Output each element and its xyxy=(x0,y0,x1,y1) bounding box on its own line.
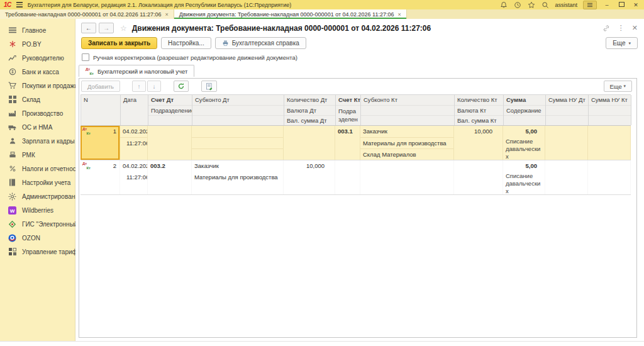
date-cell[interactable]: 04.02.2026 11:27:06 xyxy=(120,160,148,194)
sidebar-item-main[interactable]: Главное xyxy=(0,23,75,37)
form-close-icon[interactable]: ✕ xyxy=(632,24,638,32)
subconto-kt-cell[interactable] xyxy=(360,160,454,194)
settings-button[interactable]: Настройка... xyxy=(161,37,211,49)
header-subconto-kt[interactable]: Субконто Кт xyxy=(361,95,454,105)
qty-kt-cell[interactable]: 10,000 xyxy=(454,126,503,160)
sidebar-item-administrirovanie[interactable]: Администрирование xyxy=(0,189,75,203)
header-amount-nu-dt[interactable]: Сумма НУ Дт xyxy=(546,95,588,105)
qty-kt-cell[interactable] xyxy=(454,160,503,194)
account-dt-cell[interactable]: 003.2 xyxy=(148,160,192,194)
date-cell[interactable]: 04.02.2026 11:27:06 xyxy=(120,126,148,160)
sidebar-item-bank-kassa[interactable]: Банк и касса xyxy=(0,65,75,79)
window-tabstrip: Требование-накладная 0000-000001 от 04.0… xyxy=(0,9,644,19)
chevron-down-icon: ▾ xyxy=(623,84,626,89)
sidebar-item-gis[interactable]: ГИС "Электронный знак" xyxy=(0,217,75,231)
refresh-button[interactable] xyxy=(174,81,189,92)
sidebar-item-proizvodstvo[interactable]: Производство xyxy=(0,106,75,120)
add-button[interactable]: Добавить xyxy=(81,81,120,92)
amount-nu-dt-cell[interactable] xyxy=(545,126,588,160)
tab-close-icon[interactable]: × xyxy=(397,11,401,18)
sidebar-item-os-nma[interactable]: ОС и НМА xyxy=(0,120,75,134)
header-date[interactable]: Дата xyxy=(121,95,148,105)
service-menu-button[interactable] xyxy=(583,1,597,9)
row-number-cell[interactable]: ДтКт 2 xyxy=(80,160,120,194)
command-bar: Записать и закрыть Настройка... Бухгалте… xyxy=(75,35,644,52)
list-settings-button[interactable] xyxy=(201,81,217,92)
header-subdivision-kt[interactable]: Подразделение Кт xyxy=(336,105,360,125)
qty-dt-cell[interactable]: 10,000 xyxy=(284,160,335,194)
close-button[interactable]: ✕ xyxy=(631,1,640,9)
factory-icon xyxy=(8,109,16,118)
one-c-logo: 1С xyxy=(4,1,11,8)
account-kt-cell[interactable] xyxy=(335,160,360,194)
account-kt-cell[interactable]: 003.1 xyxy=(335,126,360,160)
amount-nu-kt-cell[interactable] xyxy=(588,160,631,194)
more-dots-icon[interactable]: ⋮ xyxy=(618,24,625,32)
minimize-button[interactable]: – xyxy=(602,1,611,9)
header-qty-kt[interactable]: Количество Кт xyxy=(455,95,503,105)
window-tab-document[interactable]: Требование-накладная 0000-000001 от 04.0… xyxy=(0,9,174,19)
window-tab-movements[interactable]: Движения документа: Требование-накладная… xyxy=(174,9,407,19)
tab-close-icon[interactable]: × xyxy=(165,11,169,18)
header-subconto-dt[interactable]: Субконто Дт xyxy=(192,95,284,105)
subconto-kt-cell[interactable]: Заказчик Материалы для производства Скла… xyxy=(360,126,454,160)
list-more-button[interactable]: Еще ▾ xyxy=(604,81,633,92)
history-icon[interactable] xyxy=(513,1,521,9)
sidebar-item-nalogi[interactable]: Налоги и отчетность xyxy=(0,162,75,176)
header-n[interactable]: N xyxy=(81,95,120,105)
amount-nu-dt-cell[interactable] xyxy=(545,160,588,194)
titlebar: 1С Бухгалтерия для Беларуси, редакция 2.… xyxy=(0,0,644,9)
table-row[interactable]: ДтКт 1 04.02.2026 11:27:06 003.1 xyxy=(80,126,631,160)
sidebar-item-ozon[interactable]: OZON xyxy=(0,231,75,245)
amount-cell[interactable]: 5,00 Списание давальческих материалов в … xyxy=(503,126,545,160)
sidebar-item-nastroyki-ucheta[interactable]: Настройки учета xyxy=(0,176,75,189)
save-close-button[interactable]: Записать и закрыть xyxy=(81,37,157,49)
header-content[interactable]: Содержание xyxy=(504,105,545,115)
header-amount-nu-kt[interactable]: Сумма НУ Кт xyxy=(589,95,631,105)
back-button[interactable]: ← xyxy=(81,23,96,33)
sidebar-item-wildberries[interactable]: W Wildberries xyxy=(0,203,75,217)
qty-dt-cell[interactable] xyxy=(284,126,335,160)
favorite-star-icon[interactable]: ☆ xyxy=(120,24,127,33)
restore-button[interactable] xyxy=(617,1,626,9)
move-down-button[interactable]: ↓ xyxy=(147,81,161,92)
search-icon[interactable] xyxy=(541,1,549,9)
sidebar-item-rmk[interactable]: РМК xyxy=(0,148,75,162)
dtkt-icon: ДтКт xyxy=(86,67,94,75)
sidebar-item-po-by[interactable]: PO.BY xyxy=(0,37,75,51)
notifications-bell-icon[interactable] xyxy=(499,1,508,9)
header-account-kt[interactable]: Счет Кт xyxy=(336,95,360,105)
sidebar-item-pokupki-prodazhi[interactable]: Покупки и продажи xyxy=(0,79,75,92)
main-menu-icon[interactable] xyxy=(16,2,23,8)
content-text: Списание давальческих материалов в ... xyxy=(503,137,545,160)
sidebar-item-rukovoditelyu[interactable]: Руководителю xyxy=(0,51,75,65)
arrow-down-icon: ↓ xyxy=(153,83,156,90)
form-more-button[interactable]: Еще ▾ xyxy=(606,37,638,49)
header-currency-kt[interactable]: Валюта Кт xyxy=(455,105,503,115)
header-subdivision-dt[interactable]: Подразделение Дт xyxy=(148,105,192,115)
row-number-cell[interactable]: ДтКт 1 xyxy=(80,126,120,160)
get-link-icon[interactable] xyxy=(602,25,610,32)
header-currency-dt[interactable]: Валюта Дт xyxy=(284,105,335,115)
sidebar-item-zarplata-kadry[interactable]: Зарплата и кадры xyxy=(0,134,75,148)
account-dt-cell[interactable] xyxy=(148,126,192,160)
sidebar-item-sklad[interactable]: Склад xyxy=(0,92,75,106)
header-qty-dt[interactable]: Количество Дт xyxy=(284,95,335,105)
table-row[interactable]: ДтКт 2 04.02.2026 11:27:06 003.2 Заказчи… xyxy=(80,160,631,195)
sidebar-item-upravlenie-tarifom[interactable]: Управление тарифом xyxy=(0,245,75,259)
favorites-star-icon[interactable] xyxy=(527,1,535,9)
forward-button[interactable]: → xyxy=(99,23,114,33)
accounting-reference-button[interactable]: Бухгалтерская справка xyxy=(215,37,306,49)
tab-accounting-tax[interactable]: ДтКт Бухгалтерский и налоговый учет xyxy=(79,65,194,77)
header-account-dt[interactable]: Счет Дт xyxy=(148,95,192,105)
amount-cell[interactable]: 5,00 Списание давальческих материалов в … xyxy=(503,160,545,194)
header-amount[interactable]: Сумма xyxy=(504,95,545,105)
subconto-dt-cell[interactable] xyxy=(192,126,284,160)
amount-nu-kt-cell[interactable] xyxy=(588,126,631,160)
move-up-button[interactable]: ↑ xyxy=(132,81,146,92)
header-cur-amount-kt[interactable]: Вал. сумма Кт xyxy=(455,115,503,125)
manual-adjustment-checkbox[interactable] xyxy=(82,53,89,61)
dtkt-icon: ДтКт xyxy=(82,162,91,170)
header-cur-amount-dt[interactable]: Вал. сумма Дт xyxy=(284,115,335,125)
subconto-dt-cell[interactable]: Заказчик Материалы для производства xyxy=(192,160,284,194)
